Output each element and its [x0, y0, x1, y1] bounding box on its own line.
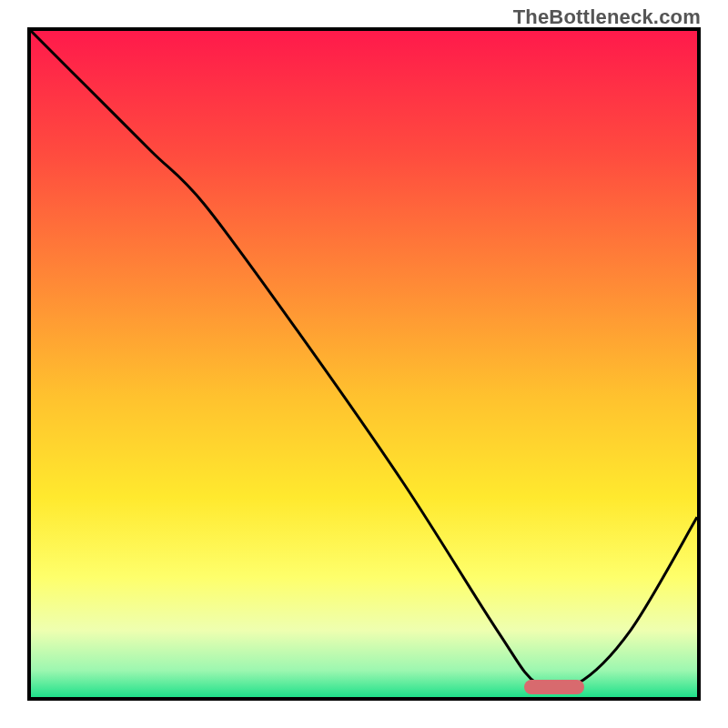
minimum-marker [524, 680, 584, 694]
plot-area [27, 27, 701, 701]
watermark-text: TheBottleneck.com [513, 5, 701, 29]
chart-frame: TheBottleneck.com [0, 0, 728, 728]
bottleneck-curve [31, 31, 697, 697]
